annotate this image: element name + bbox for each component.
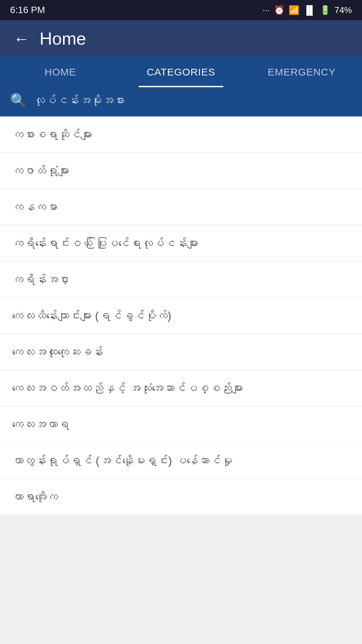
category-item[interactable]: ကာရာအိုကေ <box>0 479 362 515</box>
signal-icon: ▐▌ <box>303 5 316 15</box>
category-item[interactable]: ကလေးအဝတ်အထည်နှင့် အသုံးအဆောင်ပစ္စည်းများ <box>0 370 362 407</box>
tab-emergency[interactable]: EMERGENCY <box>241 57 362 87</box>
wifi-icon: 📶 <box>289 5 299 15</box>
tab-bar: HOME CATEGORIES EMERGENCY <box>0 57 362 87</box>
dots-icon: ··· <box>262 5 270 15</box>
category-item[interactable]: ကစားစရာဆိုင်များ <box>0 116 362 153</box>
page-title: Home <box>40 29 86 49</box>
category-item[interactable]: ကလေးထိန်းကျောင်းများ (ရင်ခွင်ပိုက်) <box>0 298 362 334</box>
category-item[interactable]: ကဇာတ်ရုံများ <box>0 153 362 189</box>
status-time: 6:16 PM <box>10 5 45 15</box>
status-icons: ··· ⏰ 📶 ▐▌ 🔋 74% <box>262 5 352 15</box>
battery-percent: 74% <box>335 5 352 15</box>
category-item[interactable]: ကရိန်းအငှား <box>0 262 362 298</box>
battery-icon: 🔋 <box>320 5 330 15</box>
search-input[interactable] <box>34 94 352 107</box>
status-bar: 6:16 PM ··· ⏰ 📶 ▐▌ 🔋 74% <box>0 0 362 20</box>
alarm-icon: ⏰ <box>274 5 285 15</box>
category-item[interactable]: ကလေးအထုးကုဆေးခန်း <box>0 334 362 370</box>
category-item[interactable]: ကလေးအဟာရ <box>0 407 362 443</box>
back-button[interactable]: ← <box>13 30 29 48</box>
category-item[interactable]: ကာတွန်းရုပ်ရှင် (အင်နိုမေးရှင်း) ပန်ဆောင… <box>0 443 362 479</box>
app-header: ← Home <box>0 20 362 57</box>
tab-categories[interactable]: CATEGORIES <box>121 57 241 87</box>
tab-home[interactable]: HOME <box>0 57 121 87</box>
category-item[interactable]: ကနကမာ <box>0 189 362 225</box>
category-item[interactable]: ကရိန်းရောင်းဝယ် ပြုပြင်ရေးလုပ်ငန်းများ <box>0 225 362 262</box>
category-list: ကစားစရာဆိုင်များကဇာတ်ရုံများကနကမာကရိန်းရ… <box>0 116 362 515</box>
search-bar: 🔍 <box>0 87 362 116</box>
search-icon: 🔍 <box>10 93 27 108</box>
